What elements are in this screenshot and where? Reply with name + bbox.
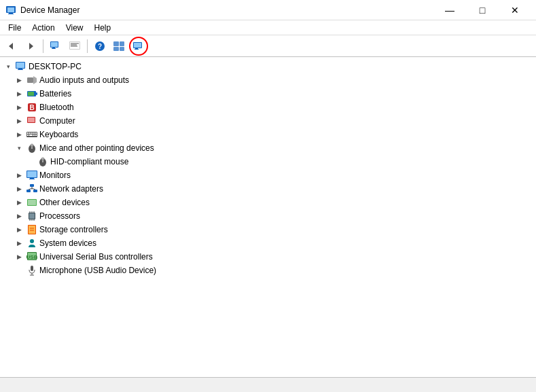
toolbar: ? bbox=[0, 35, 536, 57]
back-btn[interactable] bbox=[3, 37, 20, 55]
menu-help[interactable]: Help bbox=[89, 20, 117, 35]
expand-keyboards[interactable]: ▶ bbox=[14, 129, 24, 140]
tree-network[interactable]: ▶ Network adapters bbox=[0, 182, 536, 196]
other-label: Other devices bbox=[39, 198, 90, 207]
close-button[interactable]: ✕ bbox=[499, 0, 531, 20]
scan-changes-btn[interactable] bbox=[129, 37, 148, 56]
expand-audio[interactable]: ▶ bbox=[14, 75, 24, 86]
svg-rect-55 bbox=[27, 171, 37, 177]
tree-other[interactable]: ▶ Other devices bbox=[0, 196, 536, 209]
svg-rect-57 bbox=[29, 179, 35, 179]
batteries-icon bbox=[26, 88, 38, 99]
tree-batteries[interactable]: ▶ Batteries bbox=[0, 87, 536, 101]
audio-icon bbox=[26, 75, 38, 86]
svg-rect-9 bbox=[52, 48, 56, 49]
svg-rect-28 bbox=[18, 69, 23, 70]
microphone-label: Microphone (USB Audio Device) bbox=[39, 266, 156, 275]
maximize-button[interactable]: □ bbox=[467, 0, 498, 20]
expand-root[interactable]: ▾ bbox=[3, 61, 14, 72]
svg-rect-33 bbox=[36, 92, 37, 95]
svg-rect-58 bbox=[30, 184, 34, 187]
svg-rect-22 bbox=[134, 43, 141, 48]
expand-batteries[interactable]: ▶ bbox=[14, 88, 24, 99]
properties-btn[interactable]: ? bbox=[91, 37, 109, 55]
tree-keyboards[interactable]: ▶ Keyboards bbox=[0, 128, 536, 141]
svg-rect-43 bbox=[35, 132, 37, 134]
expand-system[interactable]: ▶ bbox=[14, 238, 24, 249]
storage-icon bbox=[26, 224, 38, 235]
svg-rect-45 bbox=[29, 135, 33, 136]
audio-label: Audio inputs and outputs bbox=[39, 75, 129, 85]
svg-rect-44 bbox=[27, 135, 29, 136]
update-driver-icon bbox=[113, 41, 125, 52]
menu-action[interactable]: Action bbox=[26, 20, 60, 35]
mice-label: Mice and other pointing devices bbox=[39, 143, 154, 153]
svg-rect-32 bbox=[28, 92, 34, 96]
svg-text:?: ? bbox=[98, 43, 102, 50]
batteries-label: Batteries bbox=[39, 89, 71, 99]
expand-storage[interactable]: ▶ bbox=[14, 224, 24, 235]
tree-monitors[interactable]: ▶ Monitors bbox=[0, 168, 536, 182]
svg-rect-27 bbox=[18, 69, 22, 69]
expand-other[interactable]: ▶ bbox=[14, 197, 24, 208]
expand-usb[interactable]: ▶ bbox=[14, 251, 24, 262]
forward-btn[interactable] bbox=[22, 37, 39, 55]
device-tree[interactable]: ▾ DESKTOP-PC ▶ Audio inputs and outp bbox=[0, 57, 536, 377]
tree-usb[interactable]: ▶ USB Universal Serial Bus controllers bbox=[0, 250, 536, 264]
tree-mouse-hid[interactable]: ▶ HID-compliant mouse bbox=[0, 155, 536, 168]
window-controls: — □ ✕ bbox=[434, 0, 531, 20]
show-device-by-connection-btn[interactable] bbox=[66, 37, 84, 55]
expand-monitors[interactable]: ▶ bbox=[14, 170, 24, 181]
main-content: ▾ DESKTOP-PC ▶ Audio inputs and outp bbox=[0, 57, 536, 377]
expand-network[interactable]: ▶ bbox=[14, 183, 24, 194]
processors-label: Processors bbox=[39, 211, 80, 221]
computer2-label: Computer bbox=[39, 116, 75, 126]
svg-rect-1 bbox=[7, 7, 14, 12]
expand-processors[interactable]: ▶ bbox=[14, 211, 24, 221]
properties-icon: ? bbox=[94, 41, 105, 52]
tree-root[interactable]: ▾ DESKTOP-PC bbox=[0, 60, 536, 73]
tree-audio[interactable]: ▶ Audio inputs and outputs bbox=[0, 73, 536, 87]
tree-processors[interactable]: ▶ Processors bbox=[0, 209, 536, 223]
show-device-by-type-btn[interactable] bbox=[47, 37, 65, 55]
status-bar bbox=[0, 377, 536, 392]
svg-rect-29 bbox=[27, 77, 33, 83]
svg-text:USB: USB bbox=[26, 254, 38, 260]
device-type-icon bbox=[50, 41, 62, 52]
keyboard-icon bbox=[26, 129, 38, 140]
other-icon bbox=[26, 197, 38, 208]
tree-mice[interactable]: ▾ Mice and other pointing devices bbox=[0, 141, 536, 155]
update-driver-btn[interactable] bbox=[110, 37, 128, 55]
minimize-button[interactable]: — bbox=[434, 0, 465, 20]
svg-rect-67 bbox=[29, 213, 35, 219]
svg-rect-19 bbox=[113, 47, 119, 51]
tree-microphone[interactable]: ▶ Microphone (USB Audio Device) bbox=[0, 264, 536, 277]
expand-computer[interactable]: ▶ bbox=[14, 115, 24, 126]
expand-mice[interactable]: ▾ bbox=[14, 143, 24, 154]
bluetooth-icon: B bbox=[26, 102, 38, 113]
menu-view[interactable]: View bbox=[60, 20, 89, 35]
scan-changes-icon bbox=[132, 41, 145, 52]
svg-rect-26 bbox=[16, 63, 24, 68]
usb-label: Universal Serial Bus controllers bbox=[39, 252, 153, 262]
forward-icon bbox=[25, 41, 36, 52]
tree-computer[interactable]: ▶ Computer bbox=[0, 114, 536, 128]
svg-rect-40 bbox=[29, 132, 31, 134]
network-icon bbox=[26, 183, 38, 194]
svg-rect-59 bbox=[26, 190, 31, 192]
app-icon bbox=[5, 5, 16, 16]
expand-bluetooth[interactable]: ▶ bbox=[14, 102, 24, 113]
svg-text:B: B bbox=[29, 104, 34, 111]
svg-rect-42 bbox=[33, 132, 35, 134]
tree-bluetooth[interactable]: ▶ B Bluetooth bbox=[0, 101, 536, 114]
storage-label: Storage controllers bbox=[39, 225, 108, 234]
svg-rect-82 bbox=[31, 266, 33, 271]
tree-system[interactable]: ▶ System devices bbox=[0, 236, 536, 250]
svg-rect-24 bbox=[135, 49, 139, 50]
mouse-hid-icon bbox=[37, 156, 49, 167]
svg-marker-30 bbox=[33, 76, 37, 84]
monitors-icon bbox=[26, 170, 38, 181]
tree-storage[interactable]: ▶ Storage controllers bbox=[0, 223, 536, 236]
system-icon bbox=[26, 238, 38, 249]
menu-file[interactable]: File bbox=[3, 20, 26, 35]
